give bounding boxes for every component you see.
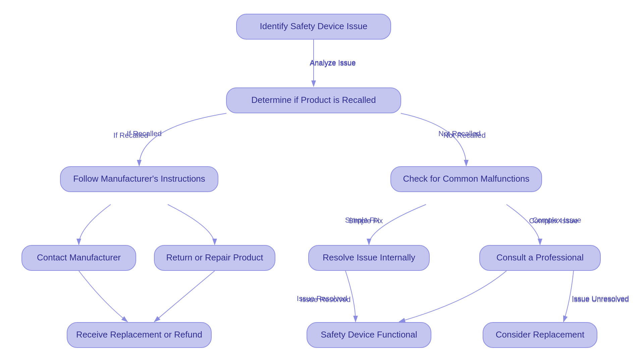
edge-label-issue-resolved-top: Issue Resolved: [297, 294, 347, 303]
edge-consult-functional: [399, 271, 506, 322]
node-functional-label: Safety Device Functional: [321, 329, 417, 340]
node-check-label: Check for Common Malfunctions: [403, 174, 529, 184]
flowchart: Analyze Issue If Recalled Not Recalled S…: [0, 0, 644, 362]
node-identify-label: Identify Safety Device Issue: [260, 21, 368, 31]
node-receive-label: Receive Replacement or Refund: [76, 329, 202, 340]
edge-label-issue-unresolved-top: Issue Unresolved: [572, 294, 629, 303]
edge-determine-check: [401, 113, 466, 166]
edge-contact-receive: [79, 271, 127, 322]
node-determine-label: Determine if Product is Recalled: [251, 95, 376, 105]
edge-label-simple-fix-top: Simple Fix: [345, 216, 380, 224]
edge-return-receive: [154, 271, 215, 322]
edge-follow-return: [168, 204, 215, 245]
edge-label-not-recalled-top: Not Recalled: [443, 131, 486, 139]
node-consult-label: Consult a Professional: [496, 252, 584, 262]
edge-label-complex-issue-top: Complex Issue: [532, 216, 581, 224]
node-follow-label: Follow Manufacturer's Instructions: [73, 174, 205, 184]
node-resolve-label: Resolve Issue Internally: [323, 252, 415, 262]
node-replace-label: Consider Replacement: [496, 329, 585, 340]
edge-follow-contact: [79, 204, 111, 245]
edge-determine-follow: [139, 113, 226, 166]
node-return-label: Return or Repair Product: [166, 252, 263, 262]
edge-label-if-recalled-top: If Recalled: [113, 131, 148, 139]
node-contact-label: Contact Manufacturer: [37, 252, 121, 262]
edge-label-analyze-top: Analyze Issue: [310, 58, 356, 67]
